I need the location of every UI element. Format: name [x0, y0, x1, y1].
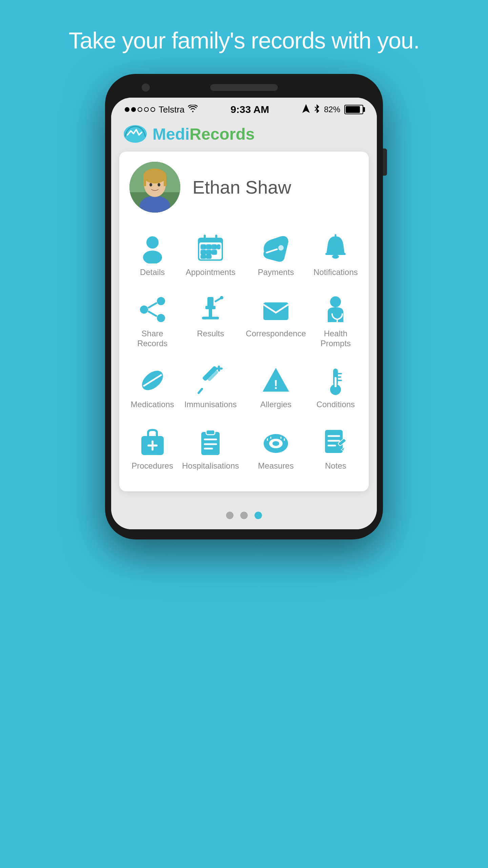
svg-rect-37	[207, 297, 214, 307]
menu-label-notes: Notes	[325, 461, 346, 471]
svg-point-33	[157, 297, 165, 305]
svg-marker-0	[302, 104, 310, 113]
envelope-icon	[261, 294, 291, 325]
status-left: Telstra	[125, 104, 198, 115]
bluetooth-icon	[314, 104, 320, 115]
menu-item-share-records[interactable]: Share Records	[126, 288, 179, 355]
svg-rect-10	[164, 176, 166, 186]
menu-item-payments[interactable]: Payments	[242, 226, 309, 284]
menu-item-details[interactable]: Details	[126, 226, 179, 284]
page-indicator	[111, 501, 377, 529]
menu-label-share-records: Share Records	[129, 329, 175, 349]
tape-icon	[261, 427, 291, 457]
menu-label-hospitalisations: Hospitalisations	[182, 461, 239, 471]
app-name-medi: Medi	[152, 125, 189, 143]
status-bar: Telstra 9:33 AM	[111, 98, 377, 119]
svg-point-11	[149, 183, 152, 186]
notes-icon	[320, 427, 351, 457]
svg-point-32	[140, 305, 148, 314]
page-dot-3[interactable]	[255, 512, 262, 519]
menu-label-conditions: Conditions	[317, 400, 355, 410]
svg-rect-26	[201, 255, 205, 258]
svg-point-30	[332, 255, 339, 259]
svg-point-44	[330, 296, 341, 307]
calendar-icon	[195, 233, 226, 263]
svg-rect-25	[212, 251, 216, 254]
menu-item-correspondence[interactable]: Correspondence	[242, 288, 309, 355]
menu-item-measures[interactable]: Measures	[242, 420, 309, 478]
svg-rect-38	[205, 306, 216, 309]
svg-point-42	[220, 296, 223, 299]
page-dot-1[interactable]	[226, 512, 233, 519]
status-right: 82%	[302, 104, 363, 115]
phone-screen: Telstra 9:33 AM	[111, 98, 377, 529]
svg-rect-22	[218, 245, 220, 249]
signal-dot-2	[131, 107, 136, 112]
menu-item-immunisations[interactable]: Immunisations	[179, 358, 242, 416]
menu-item-health-prompts[interactable]: Health Prompts	[309, 288, 362, 355]
menu-item-results[interactable]: Results	[179, 288, 242, 355]
svg-point-3	[124, 125, 147, 143]
page-dot-2[interactable]	[240, 512, 248, 519]
thermometer-icon	[320, 365, 351, 396]
menu-label-correspondence: Correspondence	[246, 329, 306, 339]
menu-item-medications[interactable]: Medications	[126, 358, 179, 416]
app-header: MediRecords	[111, 119, 377, 152]
tagline: Take your family's records with you.	[68, 27, 419, 54]
svg-text:!: !	[274, 378, 278, 392]
svg-line-35	[148, 303, 157, 308]
profile-name: Ethan Shaw	[192, 177, 291, 198]
menu-label-payments: Payments	[258, 268, 294, 277]
status-time: 9:33 AM	[230, 104, 269, 115]
menu-item-notes[interactable]: Notes	[309, 420, 362, 478]
battery-percent: 82%	[324, 105, 340, 114]
menu-item-conditions[interactable]: Conditions	[309, 358, 362, 416]
menu-label-details: Details	[140, 268, 165, 277]
menu-label-appointments: Appointments	[186, 268, 236, 277]
pill-icon	[137, 365, 168, 396]
menu-item-allergies[interactable]: ! Allergies	[242, 358, 309, 416]
battery-indicator	[344, 105, 363, 114]
location-icon	[302, 104, 310, 115]
phone-top-bar	[111, 84, 377, 91]
menu-label-medications: Medications	[131, 400, 174, 410]
app-logo-icon	[123, 125, 147, 143]
svg-rect-40	[202, 317, 219, 319]
phone-speaker	[210, 84, 278, 91]
svg-point-12	[158, 183, 160, 186]
signal-dot-3	[138, 107, 142, 112]
svg-rect-27	[207, 255, 211, 258]
menu-item-appointments[interactable]: Appointments	[179, 226, 242, 284]
signal-dot-1	[125, 107, 129, 112]
avatar	[129, 162, 180, 213]
menu-label-measures: Measures	[258, 461, 293, 471]
svg-rect-23	[201, 251, 205, 254]
app-name: MediRecords	[152, 125, 255, 143]
warning-icon: !	[261, 365, 291, 396]
menu-label-notifications: Notifications	[313, 268, 358, 277]
svg-rect-24	[207, 251, 211, 254]
svg-point-34	[157, 314, 165, 322]
profile-section: Ethan Shaw	[126, 162, 362, 213]
menu-label-health-prompts: Health Prompts	[313, 329, 359, 349]
menu-item-notifications[interactable]: Notifications	[309, 226, 362, 284]
medical-bag-icon	[137, 427, 168, 457]
svg-point-8	[143, 169, 166, 183]
svg-rect-19	[201, 245, 205, 249]
signal-dots	[125, 107, 155, 112]
menu-grid: Details	[126, 226, 362, 478]
card-icon	[261, 233, 291, 263]
menu-item-procedures[interactable]: Procedures	[126, 420, 179, 478]
doctor-icon	[320, 294, 351, 325]
svg-point-14	[143, 251, 162, 263]
phone-camera	[142, 83, 150, 92]
svg-rect-43	[263, 302, 288, 320]
person-icon	[137, 233, 168, 263]
app-name-records: Records	[189, 125, 255, 143]
menu-item-hospitalisations[interactable]: Hospitalisations	[179, 420, 242, 478]
menu-label-procedures: Procedures	[131, 461, 173, 471]
svg-point-13	[146, 236, 159, 249]
svg-rect-66	[206, 430, 215, 435]
menu-label-allergies: Allergies	[260, 400, 291, 410]
menu-label-results: Results	[197, 329, 224, 339]
